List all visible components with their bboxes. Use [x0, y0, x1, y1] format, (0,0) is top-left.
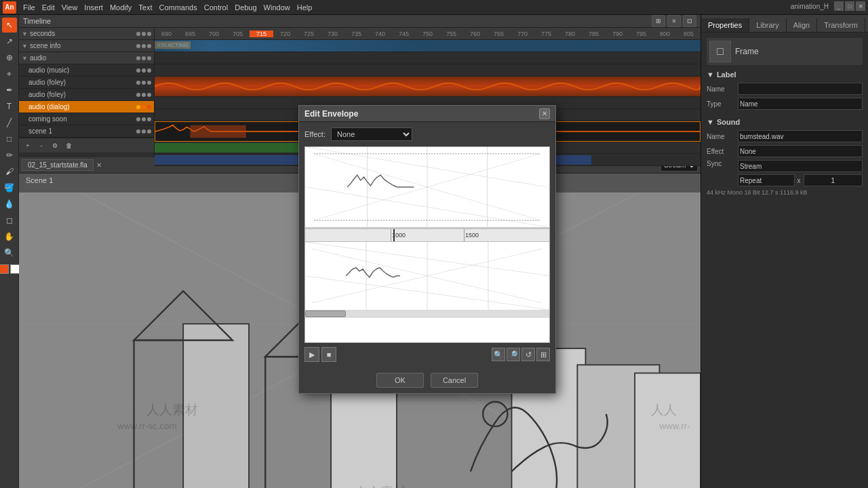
- dialog-play-button[interactable]: ▶: [304, 347, 319, 362]
- effect-label: Effect:: [304, 130, 326, 138]
- zoom-reset-button[interactable]: ↺: [521, 348, 535, 361]
- waveform-bottom: [305, 242, 549, 310]
- waveform-ruler[interactable]: 1000 1500: [305, 228, 549, 242]
- waveform-scrollbar[interactable]: [305, 310, 549, 318]
- waveform-top: [305, 147, 549, 228]
- dialog-ok-button[interactable]: OK: [376, 373, 424, 388]
- dialog-cancel-button[interactable]: Cancel: [431, 373, 478, 388]
- waveform-container: 1000 1500: [304, 146, 550, 343]
- playhead-marker: [393, 229, 395, 241]
- effect-select[interactable]: None Left Channel Right Channel Fade Lef…: [331, 127, 412, 141]
- ruler-mark-1500: 1500: [464, 232, 479, 239]
- zoom-grid-button[interactable]: ⊞: [536, 348, 550, 361]
- scrollbar-thumb[interactable]: [305, 310, 346, 317]
- dialog-stop-button[interactable]: ■: [321, 347, 336, 362]
- dialog-close-button[interactable]: ✕: [539, 108, 550, 119]
- dialog-title: Edit Envelope: [304, 109, 358, 119]
- zoom-out-button[interactable]: 🔎: [507, 348, 520, 361]
- edit-envelope-dialog: Edit Envelope ✕ Effect: None Left Channe…: [298, 105, 556, 394]
- zoom-in-button[interactable]: 🔍: [492, 348, 505, 361]
- dialog-overlay: Edit Envelope ✕ Effect: None Left Channe…: [0, 0, 868, 488]
